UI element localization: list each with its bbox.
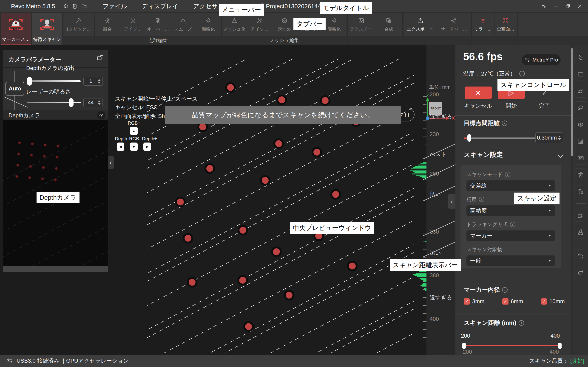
- info-icon[interactable]: [519, 71, 525, 76]
- minimize-button[interactable]: [550, 2, 562, 11]
- marker-size-option-10mm[interactable]: ✓10mm: [541, 298, 565, 305]
- home-icon[interactable]: [61, 2, 70, 11]
- usb-swap-icon: [6, 358, 13, 364]
- dropdown-0[interactable]: 交差線: [467, 180, 555, 191]
- checkbox-6mm[interactable]: ✓: [502, 298, 509, 305]
- info-icon[interactable]: [479, 197, 484, 202]
- point-spacing-value-box[interactable]: 0.30mm: [535, 133, 563, 143]
- polygon-select-icon[interactable]: [574, 85, 587, 98]
- ribbon-button-feature-scan[interactable]: 特徴スキャン: [32, 13, 62, 44]
- disc-select-icon[interactable]: [574, 118, 587, 131]
- cancel-button[interactable]: ×: [465, 86, 492, 99]
- redo-icon[interactable]: [574, 266, 587, 279]
- auto-exposure-button[interactable]: Auto: [6, 82, 24, 95]
- right-panel-scrollbar-thumb[interactable]: [571, 48, 573, 156]
- info-icon[interactable]: [505, 172, 510, 177]
- point-spacing-spinner[interactable]: [558, 136, 561, 140]
- laser-value-box[interactable]: 44: [83, 98, 103, 107]
- ribbon-groups: 1クリック…融合アイソ…オーバー…スムーズ簡略化点群編集メッシュ化アイソ…穴埋め…: [63, 13, 588, 44]
- rgb-plus-button[interactable]: ▲: [130, 127, 138, 135]
- checkbox-label: 6mm: [511, 298, 523, 305]
- histogram-bar: [417, 276, 426, 277]
- scan-marker: [273, 138, 284, 149]
- right-panel-collapse-icon[interactable]: ›: [448, 194, 455, 209]
- distance-range-handle-min[interactable]: [462, 343, 466, 349]
- lasso-select-icon[interactable]: [574, 101, 587, 114]
- histogram-bar: [410, 170, 426, 171]
- ribbon-label: エクスポート: [407, 26, 434, 32]
- rect-select-icon[interactable]: [574, 68, 587, 81]
- new-project-icon[interactable]: [70, 2, 79, 11]
- ribbon-group-label: 点群編集: [95, 36, 221, 44]
- delete-icon[interactable]: [574, 168, 587, 181]
- laser-slider-handle[interactable]: [69, 98, 74, 107]
- chevron-down-icon[interactable]: [557, 152, 564, 158]
- left-panel-collapse-icon[interactable]: ‹: [108, 156, 114, 169]
- ribbon-button-marker-scan[interactable]: マーカース…: [1, 13, 31, 44]
- dropdown-2[interactable]: マーカー: [467, 230, 555, 241]
- ribbon-button-export[interactable]: エクスポート: [404, 13, 437, 36]
- axis-gizmo[interactable]: FRONT Z X: [420, 94, 455, 125]
- setting-row-2: トラッキング方式マーカー: [467, 221, 555, 241]
- histogram-bar: [421, 279, 426, 280]
- settings-sliders-icon[interactable]: [538, 2, 550, 11]
- exposure-slider-track[interactable]: [27, 80, 81, 82]
- undo-icon[interactable]: [574, 249, 587, 262]
- ribbon-button-fullscreen[interactable]: 全画面…: [494, 13, 517, 36]
- point-spacing-slider-handle[interactable]: [467, 134, 471, 142]
- dropdown-3[interactable]: 一般: [467, 255, 555, 266]
- checkbox-3mm[interactable]: ✓: [464, 298, 470, 305]
- laser-spinner[interactable]: [98, 100, 101, 105]
- scan-settings-card: スキャンモード交差線精度高精度トラッキング方式マーカースキャン対象物一般: [460, 165, 561, 268]
- ribbon-button-fill-holes: 穴埋め: [272, 13, 297, 36]
- invert-select-icon[interactable]: [574, 135, 587, 148]
- laser-label: レーザーの明るさ: [26, 88, 71, 95]
- select-arrow-icon[interactable]: [574, 51, 587, 64]
- scan-marker: [187, 277, 197, 288]
- exposure-spinner[interactable]: [98, 79, 101, 83]
- restore-button[interactable]: [562, 2, 574, 11]
- camera-marker-dot: [54, 179, 57, 181]
- ribbon-button-fusion: 融合: [95, 13, 120, 36]
- scan-marker: [238, 225, 248, 235]
- histogram-bar: [421, 163, 426, 164]
- depth-minus-button[interactable]: ◀: [117, 142, 124, 151]
- ribbon-filler: [518, 13, 588, 44]
- right-panel-scrollbar-track[interactable]: [571, 45, 573, 355]
- stamp-icon[interactable]: [574, 226, 587, 238]
- ribbon-button-smooth: スムーズ: [171, 13, 196, 36]
- fps-readout: 56.6 fps: [463, 50, 502, 63]
- info-icon[interactable]: [519, 320, 524, 326]
- close-button[interactable]: [574, 2, 586, 11]
- info-icon[interactable]: [510, 222, 515, 227]
- info-icon[interactable]: [502, 287, 508, 293]
- delete-restore-icon[interactable]: [574, 185, 587, 198]
- app-title: Revo Metro 5.8.5: [11, 3, 55, 10]
- ribbon-label: アイソ…: [124, 26, 142, 32]
- distance-range-handle-max[interactable]: [558, 343, 562, 349]
- point-spacing-slider-track[interactable]: [464, 137, 537, 139]
- ribbon-button-mirror[interactable]: ミラー…: [472, 13, 494, 36]
- marker-size-option-6mm[interactable]: ✓6mm: [502, 298, 523, 305]
- info-icon[interactable]: [502, 120, 507, 126]
- dropdown-1[interactable]: 高精度: [467, 205, 555, 216]
- exposure-value-box[interactable]: 1: [83, 77, 103, 86]
- menu-1[interactable]: ディスプレイ: [134, 2, 186, 10]
- hide-select-icon[interactable]: [574, 152, 587, 165]
- exposure-slider-handle[interactable]: [27, 77, 32, 86]
- open-folder-icon[interactable]: [79, 2, 89, 11]
- histogram-bar: [413, 167, 426, 168]
- device-switch-button[interactable]: MetroY Pro: [522, 54, 561, 65]
- marker-size-option-3mm[interactable]: ✓3mm: [464, 298, 484, 305]
- toolbar-divider: [576, 203, 586, 204]
- distance-range-track[interactable]: [463, 345, 561, 346]
- menu-0[interactable]: ファイル: [95, 2, 134, 10]
- laser-line: [147, 298, 414, 353]
- fusion-icon: [104, 17, 111, 24]
- rgb-minus-button[interactable]: ▼: [130, 142, 138, 151]
- camera-marker-dot: [57, 145, 59, 147]
- eye-icon[interactable]: [97, 111, 105, 119]
- checkbox-10mm[interactable]: ✓: [541, 298, 547, 305]
- duplicate-icon[interactable]: [574, 209, 587, 222]
- popout-icon[interactable]: [96, 53, 104, 62]
